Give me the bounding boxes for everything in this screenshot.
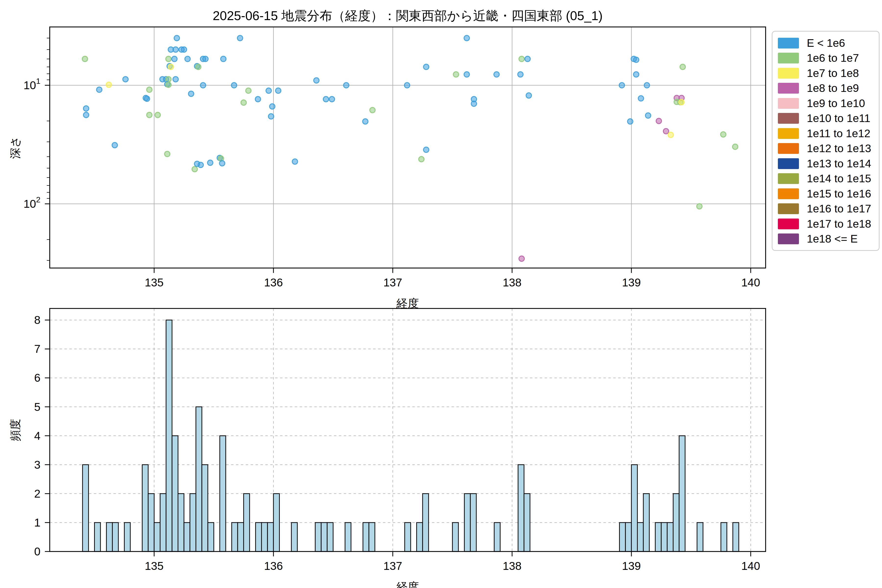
- legend-item-label: 1e16 to 1e17: [807, 202, 871, 215]
- scatter-point: [185, 56, 190, 62]
- legend-item-label: 1e12 to 1e13: [807, 142, 871, 155]
- x-tick-label: 137: [383, 276, 402, 289]
- histogram-bar: [417, 523, 423, 552]
- scatter-point: [656, 118, 662, 124]
- scatter-point: [405, 82, 410, 88]
- hist-ylabel: 頻度: [9, 419, 21, 441]
- hist-axes: [50, 309, 766, 552]
- scatter-point: [144, 96, 150, 101]
- legend-swatch: [778, 143, 799, 154]
- y-tick-label: 6: [34, 371, 40, 384]
- scatter-point: [424, 147, 429, 152]
- scatter-point: [471, 101, 477, 106]
- histogram-bar: [238, 523, 243, 552]
- histogram-bar: [243, 494, 249, 552]
- scatter-ylabel: 深さ: [9, 136, 21, 159]
- histogram-bar: [160, 494, 166, 552]
- y-tick-label: 7: [34, 342, 40, 355]
- y-tick-label: 4: [34, 429, 40, 442]
- histogram-bar: [220, 436, 226, 552]
- scatter-point: [166, 76, 171, 82]
- legend-swatch: [778, 219, 799, 230]
- scatter-point: [270, 104, 275, 109]
- scatter-point: [168, 64, 174, 70]
- legend-swatch: [778, 52, 799, 63]
- histogram-bar: [154, 523, 160, 552]
- histogram-bar: [202, 465, 208, 552]
- x-tick-label: 140: [741, 560, 760, 572]
- histogram-bar: [494, 523, 500, 552]
- scatter-point: [323, 96, 328, 102]
- legend-item-label: 1e17 to 1e18: [807, 218, 871, 230]
- histogram-bar: [661, 523, 667, 552]
- scatter-point: [453, 72, 459, 77]
- scatter-point: [494, 72, 499, 77]
- plot-border: [50, 27, 766, 268]
- scatter-point: [370, 107, 375, 113]
- histogram-bar: [733, 523, 739, 552]
- legend-swatch: [778, 113, 799, 124]
- legend-swatch: [778, 68, 799, 79]
- scatter-point: [82, 56, 88, 62]
- legend-swatch: [778, 203, 799, 214]
- histogram-bar: [470, 494, 476, 552]
- scatter-point: [363, 119, 368, 124]
- y-tick-label: 101: [24, 76, 40, 92]
- scatter-point: [518, 72, 523, 77]
- histogram-bar: [291, 523, 297, 552]
- histogram-bar: [82, 465, 88, 552]
- hist-xlabel: 経度: [396, 580, 419, 588]
- plot-border: [50, 309, 766, 552]
- scatter-point: [241, 100, 246, 105]
- scatter-point: [147, 87, 152, 92]
- x-tick-label: 138: [503, 560, 522, 572]
- histogram-bar: [327, 523, 333, 552]
- scatter-point: [634, 72, 639, 77]
- legend-item: 1e10 to 1e11: [772, 111, 879, 126]
- scatter-point: [174, 35, 180, 40]
- legend-swatch: [778, 173, 799, 184]
- scatter-point: [638, 96, 644, 101]
- scatter-point: [344, 82, 349, 88]
- y-tick-label: 5: [34, 400, 40, 413]
- scatter-point: [207, 160, 213, 165]
- histogram-bar: [172, 436, 178, 552]
- histogram-bar: [255, 523, 261, 552]
- y-tick-label: 3: [34, 458, 40, 471]
- scatter-point: [165, 152, 170, 157]
- legend-item-label: 1e15 to 1e16: [807, 188, 871, 200]
- legend-swatch: [778, 38, 799, 48]
- histogram-bar: [697, 523, 703, 552]
- legend-swatch: [778, 83, 799, 94]
- legend-item: 1e9 to 1e10: [772, 96, 879, 111]
- histogram-bar: [178, 494, 184, 552]
- scatter-point: [619, 82, 624, 88]
- histogram-bar: [142, 465, 148, 552]
- scatter-point: [166, 82, 171, 87]
- legend-swatch: [778, 158, 799, 169]
- histogram-bar: [261, 523, 267, 552]
- legend-swatch: [778, 188, 799, 199]
- scatter-point: [188, 91, 194, 96]
- x-tick-label: 137: [383, 560, 402, 572]
- scatter-point: [292, 159, 298, 164]
- legend-item-label: 1e13 to 1e14: [807, 157, 871, 170]
- scatter-point: [627, 119, 633, 124]
- histogram-bar: [626, 523, 632, 552]
- histogram-bar: [166, 320, 172, 552]
- x-tick-label: 136: [264, 276, 283, 289]
- scatter-point: [720, 132, 726, 137]
- histogram-plot: 135136137138139140012345678経度頻度: [0, 294, 882, 588]
- legend-item-label: 1e7 to 1e8: [807, 67, 859, 80]
- legend-item: 1e17 to 1e18: [772, 216, 879, 231]
- scatter-point: [84, 112, 89, 118]
- scatter-point: [525, 56, 530, 62]
- scatter-point: [246, 88, 251, 93]
- legend: E < 1e61e6 to 1e71e7 to 1e81e8 to 1e91e9…: [772, 31, 879, 251]
- scatter-point: [519, 56, 524, 62]
- scatter-point: [314, 78, 319, 83]
- scatter-plot: 135136137138139140101102経度深さ: [0, 0, 882, 306]
- legend-item: 1e14 to 1e15: [772, 171, 879, 186]
- x-tick-label: 138: [503, 276, 522, 289]
- histogram-bar: [190, 494, 196, 552]
